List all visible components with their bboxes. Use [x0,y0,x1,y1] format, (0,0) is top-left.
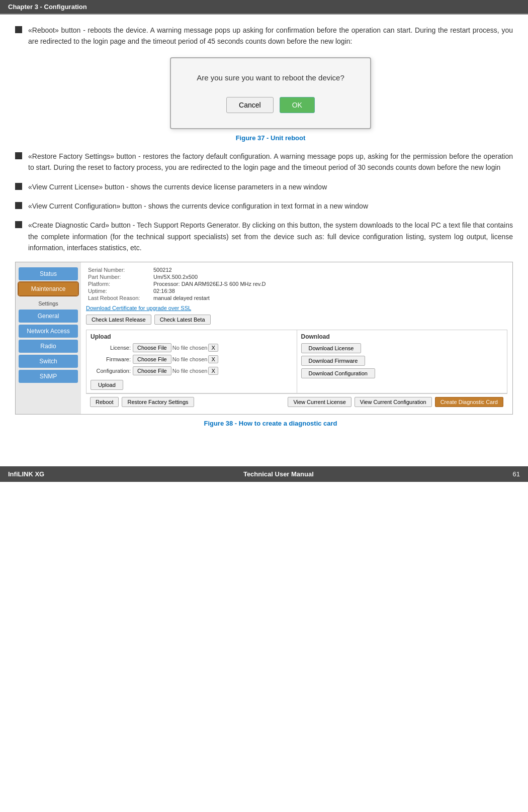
sidebar-btn-network-access[interactable]: Network Access [19,325,78,338]
chapter-title: Chapter 3 - Configuration [8,3,87,11]
check-latest-beta-btn[interactable]: Check Latest Beta [154,315,211,325]
upload-config-row: Configuration: Choose File No file chose… [91,366,293,375]
info-row-part: Part Number: Um/5X.500.2x500 [86,273,507,280]
sidebar-btn-maintenance[interactable]: Maintenance [19,282,78,295]
bullet-icon-diagnostic [15,221,22,228]
cert-link[interactable]: Download Certificate for upgrade over SS… [86,305,191,311]
firmware-no-file: No file chosen [172,356,208,362]
choose-firmware-btn[interactable]: Choose File [133,355,171,364]
sidebar-btn-status[interactable]: Status [19,267,78,280]
dialog-box: Are you sure you want to reboot the devi… [170,57,371,129]
reboot-btn[interactable]: Reboot [90,397,119,407]
upload-license-file-wrapper: Choose File No file chosen X [133,343,218,352]
config-no-file: No file chosen [172,368,208,374]
clear-firmware-btn[interactable]: X [208,355,218,363]
download-title: Download [301,333,503,340]
info-row-platform: Platform: Processor: DAN ARM926EJ-S 600 … [86,280,507,287]
upload-section: Upload License: Choose File No file chos… [86,330,297,393]
dialog-container: Are you sure you want to reboot the devi… [28,57,513,129]
bullet-text-restore: «Restore Factory Settings» button - rest… [28,151,513,173]
footer-left: InfiLINK XG [8,470,44,478]
download-config-btn[interactable]: Download Configuration [301,368,375,378]
upload-firmware-row: Firmware: Choose File No file chosen X [91,355,293,364]
last-reboot-label: Last Reboot Reason: [86,294,151,301]
sidebar-btn-radio[interactable]: Radio [19,340,78,353]
upload-config-file-wrapper: Choose File No file chosen X [133,366,218,375]
choose-license-btn[interactable]: Choose File [133,343,171,352]
page-header: Chapter 3 - Configuration [0,0,528,14]
bullet-text-diagnostic: «Create Diagnostic Card» button - Tech S… [28,220,513,253]
bullet-text-view-license: «View Current License» button - shows th… [28,181,513,192]
upload-config-label: Configuration: [91,368,131,374]
bullet-view-config: «View Current Configuration» button - sh… [15,200,513,212]
device-panel: Status Maintenance Settings General Netw… [15,262,513,415]
create-diagnostic-card-btn[interactable]: Create Diagnostic Card [435,397,503,407]
bullet-icon-view-config [15,202,22,209]
check-buttons: Check Latest Release Check Latest Beta [86,315,507,325]
footer-page: 61 [513,470,520,478]
download-license-btn[interactable]: Download License [301,343,362,353]
clear-license-btn[interactable]: X [208,344,218,352]
dialog-buttons: Cancel OK [191,97,350,113]
bullet-view-license: «View Current License» button - shows th… [15,181,513,192]
bullet-icon-view-license [15,183,22,190]
bullet-reboot: «Reboot» button - reboots the device. A … [15,25,513,47]
download-section: Download Download License Download Firmw… [297,330,507,393]
serial-value: 500212 [151,266,507,273]
choose-config-btn[interactable]: Choose File [133,366,171,375]
restore-factory-btn[interactable]: Restore Factory Settings [122,397,194,407]
bottom-bar: Reboot Restore Factory Settings View Cur… [86,393,507,410]
bottom-right-actions: View Current License View Current Config… [288,397,503,407]
part-label: Part Number: [86,273,151,280]
sidebar-btn-general[interactable]: General [19,310,78,323]
download-config-row: Download Configuration [301,368,503,378]
info-row-serial: Serial Number: 500212 [86,266,507,273]
serial-label: Serial Number: [86,266,151,273]
uptime-label: Uptime: [86,287,151,294]
page-footer: InfiLINK XG Technical User Manual 61 [0,466,528,482]
license-no-file: No file chosen [172,345,208,351]
info-table: Serial Number: 500212 Part Number: Um/5X… [86,266,507,301]
sidebar-settings-label: Settings [19,300,78,307]
uptime-value: 02:16:38 [151,287,507,294]
device-inner: Status Maintenance Settings General Netw… [16,262,512,414]
upload-firmware-label: Firmware: [91,356,131,362]
upload-license-label: License: [91,345,131,351]
bullet-restore: «Restore Factory Settings» button - rest… [15,151,513,173]
bullet-text-view-config: «View Current Configuration» button - sh… [28,200,513,212]
bottom-left-actions: Reboot Restore Factory Settings [90,397,194,407]
bullet-diagnostic: «Create Diagnostic Card» button - Tech S… [15,220,513,253]
check-latest-release-btn[interactable]: Check Latest Release [86,315,151,325]
upload-firmware-file-wrapper: Choose File No file chosen X [133,355,218,364]
bullet-text-reboot: «Reboot» button - reboots the device. A … [28,25,513,47]
footer-center: Technical User Manual [243,470,314,478]
sidebar-btn-snmp[interactable]: SNMP [19,370,78,383]
bullet-icon-restore [15,152,22,159]
last-reboot-value: manual delayed restart [151,294,507,301]
sidebar-btn-switch[interactable]: Switch [19,355,78,368]
dialog-message: Are you sure you want to reboot the devi… [191,73,350,82]
upload-btn[interactable]: Upload [91,380,123,390]
view-current-config-btn[interactable]: View Current Configuration [355,397,432,407]
main-content: «Reboot» button - reboots the device. A … [0,15,528,446]
download-firmware-btn[interactable]: Download Firmware [301,356,366,366]
download-license-row: Download License [301,343,503,353]
sidebar: Status Maintenance Settings General Netw… [16,262,81,414]
download-firmware-row: Download Firmware [301,356,503,366]
platform-value: Processor: DAN ARM926EJ-S 600 MHz rev.D [151,280,507,287]
dialog-cancel-button[interactable]: Cancel [226,97,274,113]
ud-grid: Upload License: Choose File No file chos… [86,330,507,393]
view-current-license-btn[interactable]: View Current License [288,397,351,407]
part-value: Um/5X.500.2x500 [151,273,507,280]
platform-label: Platform: [86,280,151,287]
figure38-caption: Figure 38 - How to create a diagnostic c… [28,420,513,427]
dialog-ok-button[interactable]: OK [280,97,315,113]
bullet-icon-reboot [15,26,22,33]
info-row-reboot: Last Reboot Reason: manual delayed resta… [86,294,507,301]
figure37-caption: Figure 37 - Unit reboot [28,134,513,142]
clear-config-btn[interactable]: X [208,367,218,375]
main-panel: Serial Number: 500212 Part Number: Um/5X… [81,262,512,414]
upload-title: Upload [91,333,293,340]
info-row-uptime: Uptime: 02:16:38 [86,287,507,294]
upload-license-row: License: Choose File No file chosen X [91,343,293,352]
